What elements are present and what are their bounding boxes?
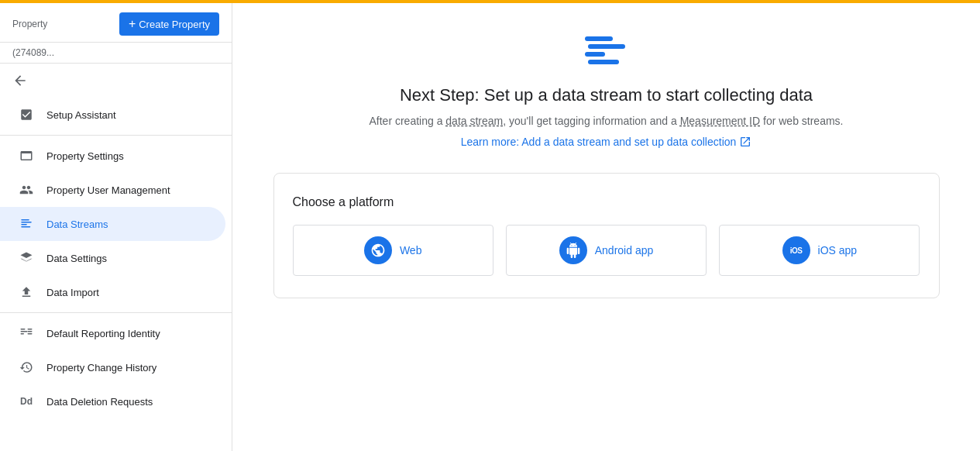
- sidebar-item-label: Property Settings: [46, 150, 124, 162]
- top-bar: [0, 0, 980, 3]
- nav-divider-1: [0, 135, 232, 136]
- data-stream-icon: [583, 34, 630, 73]
- svg-rect-5: [21, 331, 28, 332]
- platform-options: Web Android app iOS iOS app: [293, 225, 920, 276]
- identity-icon: [19, 325, 34, 341]
- plus-icon: +: [129, 17, 136, 31]
- platform-title: Choose a platform: [293, 195, 920, 209]
- svg-rect-11: [588, 44, 625, 49]
- ios-badge-text: iOS: [790, 246, 803, 255]
- svg-rect-12: [585, 52, 605, 57]
- platform-web-button[interactable]: Web: [293, 225, 493, 276]
- measurement-id-link: Measurement ID: [680, 115, 760, 127]
- layers-icon: [19, 250, 34, 266]
- svg-rect-10: [585, 36, 613, 41]
- history-icon: [19, 360, 34, 375]
- create-property-label: Create Property: [139, 19, 210, 30]
- sidebar-item-label: Data Settings: [46, 253, 107, 264]
- svg-rect-0: [21, 219, 29, 221]
- ios-label: iOS app: [818, 244, 858, 256]
- sidebar-item-data-deletion-requests[interactable]: Dd Data Deletion Requests: [0, 384, 225, 418]
- external-link-icon: [739, 136, 751, 148]
- sidebar-item-data-streams[interactable]: Data Streams: [0, 207, 225, 241]
- sidebar-item-property-settings[interactable]: Property Settings: [0, 139, 225, 173]
- sidebar-item-label: Setup Assistant: [46, 109, 116, 121]
- platform-android-button[interactable]: Android app: [506, 225, 707, 276]
- sidebar-item-label: Data Import: [46, 287, 99, 298]
- learn-more-text: Learn more: Add a data stream and set up…: [461, 136, 737, 148]
- android-label: Android app: [595, 244, 654, 256]
- subtitle-text-3: for web streams.: [760, 115, 843, 127]
- streams-icon: [19, 216, 34, 232]
- data-stream-link: data stream: [445, 115, 503, 127]
- property-label: Property: [12, 19, 47, 29]
- sidebar-item-property-user-management[interactable]: Property User Management: [0, 173, 225, 207]
- sidebar-item-label: Data Streams: [46, 219, 108, 230]
- sidebar-item-label: Property Change History: [46, 362, 156, 374]
- learn-more-link[interactable]: Learn more: Add a data stream and set up…: [461, 136, 752, 148]
- property-id: (274089...: [0, 43, 232, 64]
- upload-icon: [19, 284, 34, 300]
- sidebar-item-setup-assistant[interactable]: Setup Assistant: [0, 98, 225, 132]
- svg-rect-3: [21, 226, 30, 228]
- sidebar-item-data-settings[interactable]: Data Settings: [0, 241, 225, 275]
- arrow-left-icon: [12, 73, 28, 88]
- platform-ios-button[interactable]: iOS iOS app: [719, 225, 920, 276]
- main-content: Next Step: Set up a data stream to start…: [232, 3, 980, 451]
- svg-rect-1: [21, 222, 32, 223]
- sidebar-item-default-reporting-identity[interactable]: Default Reporting Identity: [0, 316, 225, 350]
- window-icon: [19, 148, 34, 164]
- main-subtitle: After creating a data stream, you'll get…: [370, 113, 844, 129]
- svg-rect-4: [21, 329, 26, 330]
- android-icon: [559, 236, 587, 264]
- subtitle-text-1: After creating a: [370, 115, 446, 127]
- svg-rect-9: [28, 333, 33, 335]
- ios-icon: iOS: [782, 236, 810, 264]
- sidebar-item-data-import[interactable]: Data Import: [0, 275, 225, 309]
- create-property-button[interactable]: + Create Property: [119, 12, 219, 36]
- nav-divider-2: [0, 312, 232, 313]
- checkbox-icon: [19, 107, 34, 122]
- svg-rect-6: [21, 333, 25, 335]
- people-icon: [19, 182, 34, 198]
- web-label: Web: [400, 244, 422, 256]
- back-button[interactable]: [6, 67, 34, 95]
- main-title: Next Step: Set up a data stream to start…: [400, 85, 813, 105]
- dd-icon: Dd: [19, 394, 34, 409]
- svg-rect-13: [588, 60, 619, 64]
- subtitle-text-2: , you'll get tagging information and a: [503, 115, 679, 127]
- sidebar-item-property-change-history[interactable]: Property Change History: [0, 350, 225, 384]
- sidebar-item-label: Data Deletion Requests: [46, 396, 153, 408]
- back-button-row: [0, 64, 232, 98]
- sidebar: Property + Create Property (274089... Se…: [0, 3, 232, 451]
- platform-container: Choose a platform Web Android app: [273, 173, 940, 298]
- sidebar-item-label: Default Reporting Identity: [46, 328, 160, 339]
- svg-rect-7: [28, 329, 33, 330]
- sidebar-header: Property + Create Property: [0, 6, 232, 43]
- svg-rect-8: [28, 331, 33, 332]
- svg-rect-2: [21, 224, 27, 226]
- sidebar-item-label: Property User Management: [46, 184, 170, 196]
- globe-icon: [364, 236, 392, 264]
